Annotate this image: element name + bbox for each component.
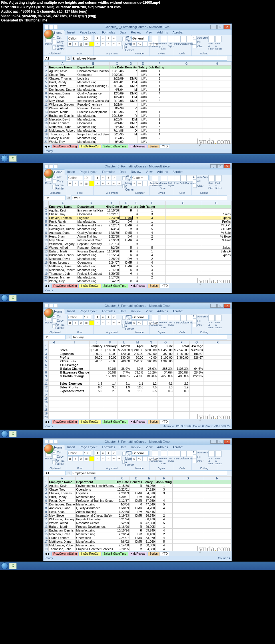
- row-header[interactable]: 1: [44, 65, 49, 69]
- cell[interactable]: International Clinical Safety: [75, 513, 115, 517]
- cell[interactable]: ####: [138, 125, 148, 129]
- cell[interactable]: #: [133, 208, 139, 212]
- cell[interactable]: -84.6%: [131, 374, 144, 378]
- cell[interactable]: [124, 73, 138, 76]
- undo-icon[interactable]: [49, 440, 53, 444]
- cell[interactable]: DMR: [124, 99, 138, 102]
- italic-button[interactable]: I: [73, 456, 78, 461]
- cell[interactable]: 7/14/88: [110, 129, 124, 132]
- cell[interactable]: 4: [156, 547, 172, 551]
- cell[interactable]: 260.00: [144, 352, 158, 355]
- cell[interactable]: 4/30/01: [105, 220, 119, 223]
- tab-acrobat[interactable]: Acrobat: [170, 169, 186, 175]
- close-button[interactable]: ✕: [224, 304, 230, 308]
- col-header[interactable]: H: [203, 476, 231, 480]
- fx-icon[interactable]: fx: [67, 196, 70, 199]
- tab-pagelayout[interactable]: Page Layout: [77, 445, 100, 450]
- cell[interactable]: Admin Training: [75, 510, 115, 513]
- cell[interactable]: 260.00: [144, 359, 158, 363]
- tab-formulas[interactable]: Formulas: [100, 169, 117, 175]
- cell[interactable]: 2/24/07: [110, 121, 124, 125]
- cell[interactable]: 12/15/86: [115, 484, 129, 487]
- comma-button[interactable]: ,: [142, 181, 148, 186]
- fx-icon[interactable]: fx: [67, 335, 70, 339]
- tab-add-ins[interactable]: Add-Ins: [155, 445, 170, 450]
- cell[interactable]: Dominguez, Duane: [48, 227, 77, 231]
- cell[interactable]: 2: [156, 513, 172, 517]
- number-format-select[interactable]: [131, 36, 149, 41]
- italic-button[interactable]: I: [73, 181, 78, 186]
- cell[interactable]: [103, 363, 117, 367]
- align-left[interactable]: ≡: [95, 181, 100, 186]
- sheet-tab-2[interactable]: SalesByDateTime: [101, 420, 128, 424]
- cell[interactable]: Waters, Alfred: [48, 246, 77, 249]
- col-header[interactable]: D: [124, 62, 138, 65]
- align-right[interactable]: ≡: [106, 320, 111, 325]
- align-top[interactable]: ⬆: [95, 451, 100, 456]
- cell[interactable]: 8/2/99: [105, 246, 119, 249]
- cell[interactable]: Manufacturing: [77, 88, 109, 91]
- cell[interactable]: 6/17/05: [105, 275, 119, 279]
- cell[interactable]: 130.00: [117, 355, 131, 359]
- name-box[interactable]: A1: [44, 471, 66, 475]
- col-header[interactable]: E: [133, 201, 139, 205]
- cell[interactable]: ####: [138, 140, 148, 143]
- cell[interactable]: 20.00: [131, 355, 144, 359]
- cell[interactable]: 54,200: [143, 506, 156, 510]
- cell[interactable]: 2: [139, 238, 166, 242]
- cell[interactable]: DMR: [124, 121, 138, 125]
- align-cen[interactable]: ≡: [100, 41, 105, 46]
- cell[interactable]: D: [119, 279, 133, 283]
- cell[interactable]: 4/3/04: [110, 88, 124, 91]
- cell[interactable]: [190, 389, 204, 393]
- cell[interactable]: Professional Traini: [77, 223, 105, 227]
- cell[interactable]: Hess, Brian: [48, 95, 77, 99]
- tab-acrobat[interactable]: Acrobat: [170, 309, 186, 314]
- col-header[interactable]: D: [129, 476, 143, 480]
- cell[interactable]: 5.0: [90, 389, 103, 393]
- format-painter-button[interactable]: Format Painter: [52, 44, 66, 51]
- cell[interactable]: 1: [156, 495, 172, 499]
- cell[interactable]: Manufacturing: [77, 220, 105, 223]
- row-header[interactable]: 17: [44, 264, 49, 268]
- cell[interactable]: 4: [139, 231, 166, 234]
- cell[interactable]: 1/22/88: [115, 510, 129, 513]
- cell[interactable]: 3: [156, 487, 172, 491]
- cell[interactable]: DMR: [124, 84, 138, 88]
- col-header[interactable]: M: [131, 340, 144, 344]
- cell[interactable]: DM: [119, 220, 133, 223]
- cell[interactable]: 4: [139, 272, 166, 275]
- cell[interactable]: 9/4/02: [110, 140, 124, 143]
- sheet-tab-5[interactable]: YTD: [160, 144, 170, 148]
- row-header[interactable]: 12: [44, 246, 49, 249]
- cell[interactable]: 1/22/88: [110, 95, 124, 99]
- underline-button[interactable]: U: [78, 456, 83, 461]
- col-header[interactable]: B: [77, 201, 105, 205]
- sheet-tab-3[interactable]: HideReveal: [129, 284, 148, 288]
- save-icon[interactable]: [45, 25, 49, 29]
- border-button[interactable]: ▦: [84, 456, 89, 461]
- tab-pagelayout[interactable]: Page Layout: [77, 169, 100, 175]
- cell[interactable]: [144, 378, 158, 382]
- cell[interactable]: M: [119, 272, 133, 275]
- cell[interactable]: 1.2: [144, 382, 158, 385]
- cell[interactable]: 2/19/93: [105, 238, 119, 242]
- cell[interactable]: Buchanan, Dennis: [48, 528, 75, 532]
- cell[interactable]: Harvey, Michael: [48, 136, 77, 140]
- cell[interactable]: #: [133, 234, 139, 238]
- cell[interactable]: 4/8/02: [105, 264, 119, 268]
- cell[interactable]: 18.2%: [144, 370, 158, 374]
- cell[interactable]: DMR: [124, 91, 138, 95]
- inc-indent[interactable]: ⇥: [117, 320, 122, 325]
- sheet-tab-5[interactable]: YTD: [160, 420, 170, 424]
- cell[interactable]: Andrews, Diane: [48, 231, 77, 234]
- tab-add-ins[interactable]: Add-Ins: [155, 309, 170, 314]
- inc-indent[interactable]: ⇥: [117, 41, 122, 46]
- cell[interactable]: 10/15/94: [115, 528, 129, 532]
- header-cell[interactable]: Department: [75, 480, 115, 484]
- sort-filter-button[interactable]: Sort & Filter: [208, 451, 215, 465]
- format-table-button[interactable]: Format as Table: [160, 175, 167, 189]
- cell[interactable]: Pruitt, Randy: [48, 80, 77, 84]
- format-painter-button[interactable]: Format Painter: [52, 323, 66, 329]
- align-top[interactable]: ⬆: [95, 175, 100, 180]
